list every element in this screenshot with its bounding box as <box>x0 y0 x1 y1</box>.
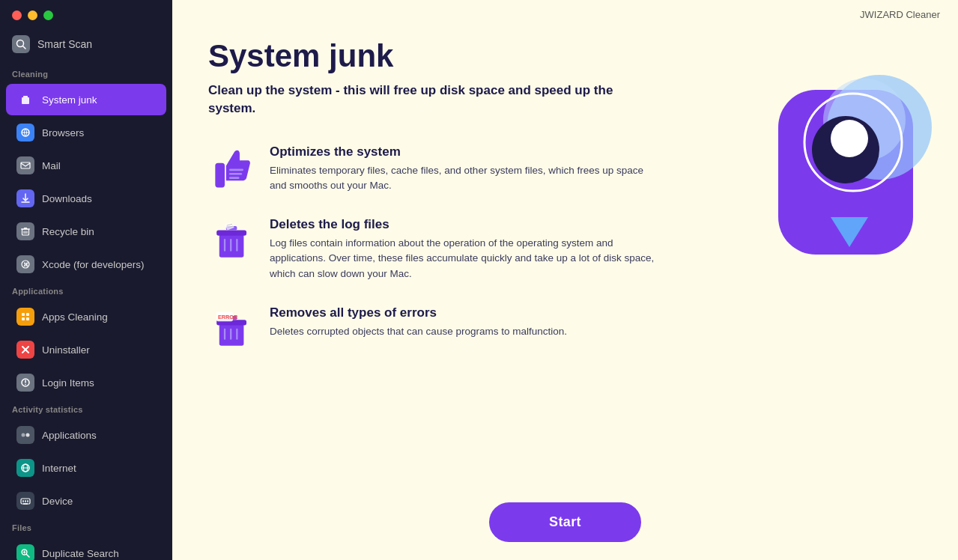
login-items-icon <box>16 374 34 392</box>
svg-point-27 <box>26 433 30 437</box>
apps-cleaning-icon <box>16 308 34 326</box>
svg-rect-18 <box>26 313 29 316</box>
features-list: Optimizes the system Eliminates temporar… <box>208 144 658 353</box>
app-name: JWIZARD Cleaner <box>860 9 940 20</box>
svg-rect-11 <box>24 228 27 229</box>
internet-icon <box>16 459 34 477</box>
feature-logs: Deletes the log files Log files contain … <box>208 217 658 281</box>
feature-errors: ERROR Removes all types of errors Delete… <box>208 305 658 353</box>
svg-text:ERROR: ERROR <box>218 314 238 320</box>
mail-icon <box>16 156 34 174</box>
apps-cleaning-label: Apps Cleaning <box>42 311 108 323</box>
main-content: JWIZARD Cleaner System junk Clean up the… <box>172 0 958 560</box>
svg-point-25 <box>25 384 26 386</box>
optimize-description: Eliminates temporary files, cache files,… <box>270 163 658 194</box>
mail-label: Mail <box>42 160 61 171</box>
page-subtitle: Clean up the system - this will free up … <box>208 82 658 118</box>
smart-scan-label: Smart Scan <box>37 38 92 50</box>
close-button[interactable] <box>12 10 22 20</box>
sidebar-item-browsers[interactable]: Browsers <box>6 117 166 148</box>
svg-point-26 <box>22 433 25 437</box>
bottom-bar: Start <box>172 487 958 560</box>
sidebar-item-duplicate-search[interactable]: Duplicate Search <box>6 538 166 560</box>
sidebar-item-apps-cleaning[interactable]: Apps Cleaning <box>6 301 166 332</box>
svg-rect-40 <box>215 162 225 187</box>
optimize-text: Optimizes the system Eliminates temporar… <box>270 144 658 194</box>
sidebar-item-mail[interactable]: Mail <box>6 150 166 181</box>
start-button[interactable]: Start <box>489 502 641 542</box>
errors-heading: Removes all types of errors <box>270 305 567 320</box>
sidebar-item-login-items[interactable]: Login Items <box>6 367 166 398</box>
duplicate-search-icon <box>16 544 34 560</box>
errors-description: Deletes corrupted objects that can cause… <box>270 324 567 339</box>
sidebar-item-downloads[interactable]: Downloads <box>6 183 166 214</box>
device-icon <box>16 492 34 510</box>
section-files: Files <box>0 517 172 537</box>
sidebar-item-smart-scan[interactable]: Smart Scan <box>0 28 172 64</box>
login-items-label: Login Items <box>42 377 94 389</box>
recycle-bin-icon <box>16 222 34 240</box>
errors-text: Removes all types of errors Deletes corr… <box>270 305 567 339</box>
svg-point-65 <box>831 120 868 157</box>
svg-line-37 <box>26 554 29 557</box>
maximize-button[interactable] <box>43 10 53 20</box>
section-activity-stats: Activity statistics <box>0 399 172 419</box>
sidebar-item-internet[interactable]: Internet <box>6 452 166 484</box>
top-bar: JWIZARD Cleaner <box>172 0 958 20</box>
sidebar-item-system-junk[interactable]: System junk <box>6 84 166 115</box>
logs-text: Deletes the log files Log files contain … <box>270 217 658 281</box>
svg-rect-3 <box>23 96 28 97</box>
uninstaller-icon <box>16 341 34 359</box>
downloads-icon <box>16 189 34 207</box>
optimize-heading: Optimizes the system <box>270 144 658 159</box>
logs-icon <box>208 217 256 265</box>
illustration <box>733 45 943 299</box>
svg-rect-33 <box>22 500 24 502</box>
sidebar-item-device[interactable]: Device <box>6 485 166 517</box>
sidebar-item-recycle-bin[interactable]: Recycle bin <box>6 216 166 247</box>
logs-heading: Deletes the log files <box>270 217 658 232</box>
system-junk-icon <box>16 91 34 109</box>
applications-stats-icon <box>16 426 34 444</box>
svg-line-1 <box>23 46 26 49</box>
optimize-icon <box>208 144 256 192</box>
traffic-lights <box>0 0 172 28</box>
internet-label: Internet <box>42 463 76 474</box>
applications-stats-label: Applications <box>42 430 97 441</box>
sidebar-item-uninstaller[interactable]: Uninstaller <box>6 334 166 365</box>
minimize-button[interactable] <box>28 10 37 20</box>
recycle-bin-label: Recycle bin <box>42 226 94 237</box>
browsers-label: Browsers <box>42 127 84 139</box>
svg-rect-19 <box>22 317 25 320</box>
logs-description: Log files contain information about the … <box>270 236 658 281</box>
feature-optimize: Optimizes the system Eliminates temporar… <box>208 144 658 194</box>
section-cleaning: Cleaning <box>0 64 172 83</box>
section-applications: Applications <box>0 281 172 300</box>
svg-rect-20 <box>26 317 29 320</box>
svg-text:⌘: ⌘ <box>23 262 28 267</box>
svg-rect-35 <box>27 500 28 502</box>
errors-icon: ERROR <box>208 305 256 353</box>
svg-rect-34 <box>25 500 26 502</box>
downloads-label: Downloads <box>42 193 92 204</box>
sidebar: Smart Scan Cleaning System junk Browsers <box>0 0 172 560</box>
svg-rect-45 <box>216 231 246 236</box>
browsers-icon <box>16 124 34 141</box>
xcode-label: Xcode (for developers) <box>42 259 145 270</box>
xcode-icon: ⌘ <box>16 255 34 273</box>
smart-scan-icon <box>12 35 30 53</box>
duplicate-search-label: Duplicate Search <box>42 548 119 559</box>
sidebar-item-applications-stats[interactable]: Applications <box>6 419 166 451</box>
uninstaller-label: Uninstaller <box>42 344 90 356</box>
svg-rect-6 <box>21 162 30 168</box>
svg-rect-17 <box>22 313 25 316</box>
system-junk-label: System junk <box>42 94 97 106</box>
svg-rect-2 <box>22 97 29 104</box>
device-label: Device <box>42 496 73 507</box>
sidebar-item-xcode[interactable]: ⌘ Xcode (for developers) <box>6 249 166 280</box>
